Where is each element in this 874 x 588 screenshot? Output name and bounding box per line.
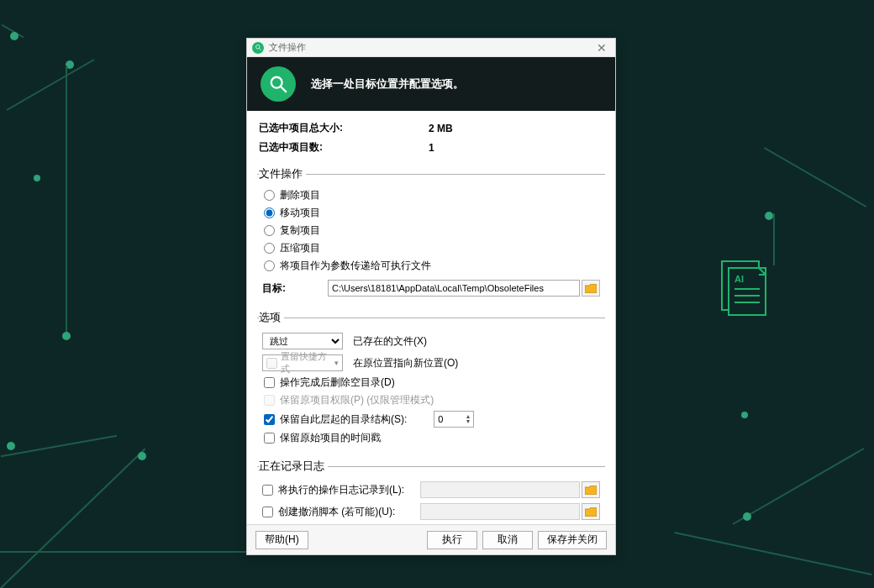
browse-target-button[interactable] <box>582 280 600 297</box>
file-operation-group: 文件操作 删除项目 移动项目 复制项目 压缩项目 将项目作为参数传递给可执行文件… <box>257 166 605 305</box>
selection-info: 已选中项目总大小: 2 MB 已选中项目数: 1 <box>257 118 605 158</box>
browse-undo-button[interactable] <box>582 503 600 520</box>
file-operation-dialog: 文件操作 ✕ 选择一处目标位置并配置选项。 已选中项目总大小: 2 MB 已选中… <box>246 38 616 555</box>
folder-icon <box>585 486 597 495</box>
item-count-label: 已选中项目数: <box>259 139 427 156</box>
item-count-value: 1 <box>429 139 603 156</box>
svg-line-9 <box>281 87 286 92</box>
options-legend: 选项 <box>259 310 284 325</box>
dialog-content: 已选中项目总大小: 2 MB 已选中项目数: 1 文件操作 删除项目 移动项目 … <box>247 111 615 524</box>
total-size-value: 2 MB <box>429 119 603 137</box>
banner-heading: 选择一处目标位置并配置选项。 <box>311 76 464 92</box>
delete-empty-checkbox[interactable]: 操作完成后删除空目录(D) <box>259 374 603 391</box>
log-path-input[interactable] <box>420 481 580 498</box>
svg-line-7 <box>259 49 261 50</box>
cancel-button[interactable]: 取消 <box>482 531 533 549</box>
save-close-button[interactable]: 保存并关闭 <box>538 531 607 549</box>
titlebar: 文件操作 ✕ <box>247 39 615 57</box>
undo-path-input[interactable] <box>420 503 580 520</box>
run-button[interactable]: 执行 <box>427 531 477 549</box>
dialog-footer: 帮助(H) 执行 取消 保存并关闭 <box>247 524 615 554</box>
existing-file-select[interactable]: 跳过 <box>262 333 343 349</box>
preserve-time-checkbox[interactable]: 保留原始项目的时间戳 <box>259 429 603 447</box>
preserve-depth-checkbox[interactable]: 保留自此层起的目录结构(S): <box>264 412 407 427</box>
options-group: 选项 跳过 已存在的文件(X) 置留快捷方式 ▾ 在原位置指向新位置(O) 操作… <box>257 310 605 454</box>
svg-rect-0 <box>722 261 759 310</box>
file-operation-legend: 文件操作 <box>259 166 306 181</box>
preserve-perm-checkbox: 保留原项目权限(P) (仅限管理模式) <box>259 391 603 409</box>
target-label: 目标: <box>262 281 328 296</box>
banner: 选择一处目标位置并配置选项。 <box>247 57 615 111</box>
op-compress[interactable]: 压缩项目 <box>259 239 603 257</box>
svg-text:AI: AI <box>734 274 744 284</box>
svg-rect-1 <box>729 268 766 315</box>
op-copy[interactable]: 复制项目 <box>259 222 603 239</box>
target-path-input[interactable] <box>328 280 580 297</box>
shortcut-select: 置留快捷方式 ▾ <box>262 354 343 371</box>
folder-icon <box>585 284 597 293</box>
browse-log-button[interactable] <box>582 481 600 498</box>
depth-spinner[interactable]: 0 ▴▾ <box>434 411 474 428</box>
logging-legend: 正在记录日志 <box>259 459 328 474</box>
window-title: 文件操作 <box>269 41 593 54</box>
folder-icon <box>585 507 597 517</box>
spinner-arrows-icon: ▴▾ <box>466 414 470 424</box>
svg-point-6 <box>255 45 260 50</box>
undo-script-checkbox[interactable]: 创建撤消脚本 (若可能)(U): <box>262 505 420 519</box>
search-icon <box>261 66 296 102</box>
op-move[interactable]: 移动项目 <box>259 204 603 222</box>
point-new-label: 在原位置指向新位置(O) <box>353 356 458 370</box>
close-button[interactable]: ✕ <box>593 41 610 55</box>
logging-group: 正在记录日志 将执行的操作日志记录到(L): 创建撤消脚本 (若可能)(U): <box>257 459 605 524</box>
op-delete[interactable]: 删除项目 <box>259 186 603 204</box>
record-log-checkbox[interactable]: 将执行的操作日志记录到(L): <box>262 483 420 497</box>
op-pass-exec[interactable]: 将项目作为参数传递给可执行文件 <box>259 257 603 275</box>
help-button[interactable]: 帮助(H) <box>255 531 308 549</box>
total-size-label: 已选中项目总大小: <box>259 119 427 137</box>
existing-file-label: 已存在的文件(X) <box>353 334 427 349</box>
app-icon <box>252 42 264 54</box>
document-ai-icon: AI <box>721 260 766 316</box>
